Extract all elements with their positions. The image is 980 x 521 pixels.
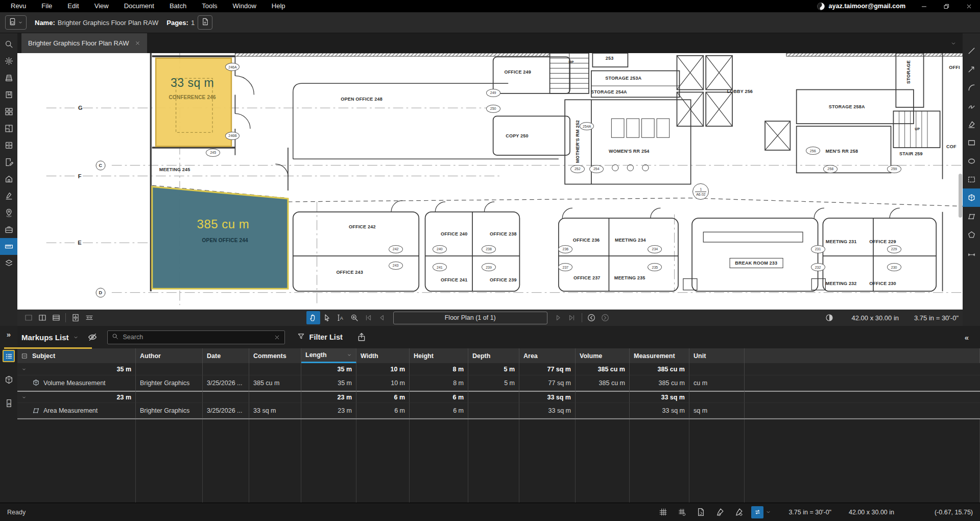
markups-list-title[interactable]: Markups List <box>21 333 69 342</box>
previous-page-button[interactable] <box>375 311 389 324</box>
menu-file[interactable]: File <box>34 0 60 12</box>
tab-overflow-chevron-icon[interactable] <box>950 40 957 46</box>
markups-list-panel-icon[interactable] <box>3 350 15 362</box>
column-header-unit[interactable]: Unit <box>689 348 745 363</box>
fit-width-button[interactable] <box>82 311 96 324</box>
pen-tool-icon[interactable] <box>963 97 980 115</box>
column-header-date[interactable]: Date <box>203 348 249 363</box>
column-header-measurement[interactable]: Measurement <box>630 348 689 363</box>
signatures-icon[interactable] <box>0 187 17 204</box>
single-pane-button[interactable] <box>21 311 35 324</box>
menu-view[interactable]: View <box>87 0 116 12</box>
grid-icon[interactable] <box>657 506 669 518</box>
dimension-tool-icon[interactable] <box>963 244 980 262</box>
document-menu-button[interactable] <box>5 15 27 30</box>
measurements-icon[interactable] <box>0 238 17 255</box>
group-row[interactable]: 35 m35 m10 m8 m5 m77 sq m385 cu m385 cu … <box>17 363 980 375</box>
menu-document[interactable]: Document <box>116 0 162 12</box>
markups-list-chevron-icon[interactable] <box>73 335 79 340</box>
next-view-button[interactable] <box>599 311 612 324</box>
hide-markups-icon[interactable] <box>88 333 97 342</box>
file-access-icon[interactable] <box>0 69 17 86</box>
zoom-tool-button[interactable] <box>348 311 362 324</box>
layers-icon[interactable] <box>0 255 17 272</box>
arrow-tool-icon[interactable] <box>963 60 980 78</box>
search-input[interactable] <box>122 333 270 341</box>
tool-chest-icon[interactable] <box>0 137 17 154</box>
pan-tool-button[interactable] <box>306 311 320 324</box>
script-panel-icon[interactable]: JS <box>3 397 15 409</box>
toolbox-icon[interactable] <box>0 221 17 238</box>
column-header-height[interactable]: Height <box>410 348 468 363</box>
select-tool-button[interactable] <box>320 311 334 324</box>
3d-model-tree-panel-icon[interactable] <box>3 373 15 386</box>
collapse-all-icon[interactable] <box>21 353 28 359</box>
column-header-area[interactable]: Area <box>519 348 576 363</box>
studio-icon[interactable] <box>0 171 17 187</box>
line-tool-icon[interactable] <box>963 41 980 60</box>
highlighter-tool-icon[interactable] <box>963 115 980 133</box>
spaces-icon[interactable] <box>0 120 17 137</box>
last-page-button[interactable] <box>565 311 579 324</box>
menu-window[interactable]: Window <box>225 0 264 12</box>
column-header-depth[interactable]: Depth <box>468 348 519 363</box>
collapse-group-icon[interactable] <box>21 395 27 400</box>
collapse-group-icon[interactable] <box>21 367 27 372</box>
document-tab[interactable]: Brighter Graphics Floor Plan RAW <box>21 33 147 53</box>
fit-page-button[interactable] <box>68 311 82 324</box>
markup-row[interactable]: Volume MeasurementBrighter Graphics3/25/… <box>17 375 980 391</box>
bookmarks-icon[interactable] <box>0 86 17 103</box>
settings-icon[interactable] <box>0 53 17 69</box>
clear-search-icon[interactable] <box>274 334 280 341</box>
measure-area-tool-icon[interactable] <box>963 207 980 225</box>
snap-to-grid-icon[interactable] <box>676 506 688 518</box>
column-header-comments[interactable]: Comments <box>249 348 301 363</box>
column-header-author[interactable]: Author <box>136 348 203 363</box>
close-tab-icon[interactable] <box>135 40 140 46</box>
measure-volume-tool-icon[interactable] <box>963 188 980 207</box>
first-page-button[interactable] <box>362 311 375 324</box>
column-header-length[interactable]: Length <box>301 348 356 363</box>
drawing-canvas[interactable]: 33 sq mCONFERENCE 246385 cu mOPEN OFFICE… <box>17 53 963 310</box>
thumbnails-icon[interactable] <box>0 103 17 120</box>
page-indicator[interactable]: Floor Plan (1 of 1) <box>393 312 547 324</box>
menu-batch[interactable]: Batch <box>162 0 194 12</box>
reuse-markup-icon[interactable] <box>751 506 763 518</box>
next-page-button[interactable] <box>552 311 565 324</box>
group-row[interactable]: 23 m23 m6 m6 m33 sq m33 sq m <box>17 391 980 403</box>
sequence-icon[interactable] <box>732 506 745 518</box>
filter-list-button[interactable]: Filter List <box>297 333 343 342</box>
reuse-dropdown-chevron-icon[interactable] <box>766 509 771 515</box>
restore-button[interactable] <box>935 0 958 12</box>
canvas-scrollbar[interactable] <box>959 174 962 218</box>
search-icon[interactable] <box>0 36 17 53</box>
polygon-tool-icon[interactable] <box>963 225 980 244</box>
ellipse-tool-icon[interactable] <box>963 152 980 170</box>
column-header-subject[interactable]: Subject <box>17 348 136 363</box>
places-icon[interactable] <box>0 204 17 221</box>
split-vertical-button[interactable] <box>35 311 49 324</box>
summary-export-icon[interactable] <box>357 333 366 342</box>
close-button[interactable] <box>958 0 980 12</box>
markup-row[interactable]: Area MeasurementBrighter Graphics3/25/20… <box>17 403 980 418</box>
insert-page-button[interactable] <box>198 15 212 30</box>
snap-to-markup-icon[interactable] <box>713 506 726 518</box>
menu-tools[interactable]: Tools <box>194 0 225 12</box>
account-email[interactable]: ayaz.taimoor@gmail.com <box>829 3 905 10</box>
minimize-button[interactable] <box>913 0 935 12</box>
menu-help[interactable]: Help <box>264 0 293 12</box>
split-horizontal-button[interactable] <box>49 311 63 324</box>
collapse-panel-button[interactable]: « <box>965 333 969 342</box>
menu-edit[interactable]: Edit <box>60 0 86 12</box>
select-text-tool-button[interactable]: A <box>334 311 348 324</box>
snapshot-tool-icon[interactable] <box>963 170 980 188</box>
rectangle-tool-icon[interactable] <box>963 133 980 152</box>
column-header-width[interactable]: Width <box>356 348 410 363</box>
snap-to-document-icon[interactable] <box>695 506 707 518</box>
column-header-volume[interactable]: Volume <box>576 348 630 363</box>
expand-panel-button[interactable]: » <box>7 330 11 339</box>
dark-mode-toggle[interactable] <box>823 311 836 324</box>
arc-tool-icon[interactable] <box>963 78 980 97</box>
markup-summary-icon[interactable] <box>0 154 17 171</box>
menu-revu[interactable]: Revu <box>3 0 34 12</box>
